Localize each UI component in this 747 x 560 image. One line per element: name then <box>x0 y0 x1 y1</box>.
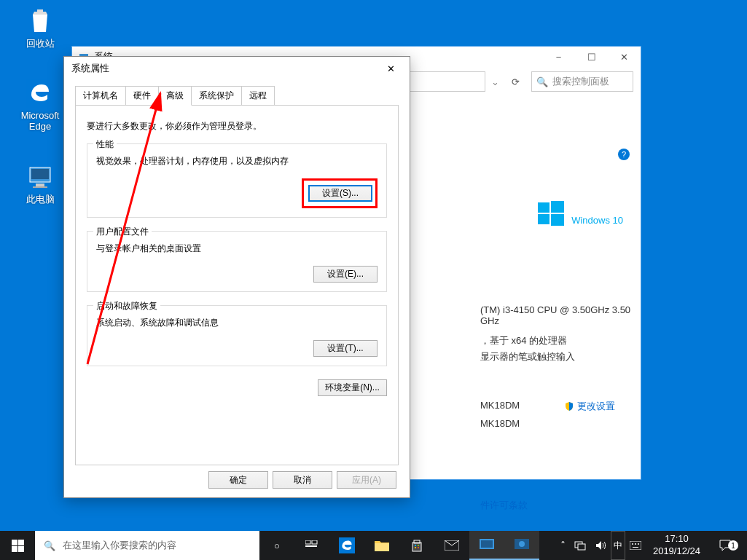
cancel-button[interactable]: 取消 <box>273 471 332 489</box>
group-title: 性能 <box>93 138 117 151</box>
taskbar-file-explorer[interactable] <box>364 531 399 560</box>
start-button[interactable] <box>0 531 35 560</box>
pen-input: 显示器的笔或触控输入 <box>480 350 575 363</box>
taskbar-search[interactable]: 🔍 在这里输入你要搜索的内容 <box>35 531 259 560</box>
edge-icon <box>26 79 55 108</box>
system-tray: ˄ 中 17:10 2019/12/24 1 <box>556 531 747 560</box>
close-button[interactable]: ✕ <box>608 47 641 67</box>
help-icon[interactable]: ? <box>618 149 630 160</box>
svg-rect-33 <box>630 541 641 550</box>
svg-rect-4 <box>36 184 44 186</box>
user-profile-group: 用户配置文件 与登录帐户相关的桌面设置 设置(E)... <box>87 231 387 292</box>
search-box[interactable]: 🔍 搜索控制面板 <box>531 71 633 92</box>
system-type: ，基于 x64 的处理器 <box>480 334 567 347</box>
taskbar-system-properties[interactable] <box>504 531 539 560</box>
minimize-button[interactable]: − <box>542 47 575 67</box>
desktop-icon-label: 回收站 <box>26 37 55 50</box>
svg-point-34 <box>632 543 633 545</box>
this-pc-icon <box>26 162 55 191</box>
recycle-bin-icon <box>26 6 55 35</box>
group-desc: 与登录帐户相关的桌面设置 <box>96 242 378 255</box>
taskbar-clock[interactable]: 17:10 2019/12/24 <box>646 533 708 558</box>
clock-time: 17:10 <box>665 533 689 545</box>
taskbar-control-panel[interactable] <box>469 531 504 560</box>
svg-rect-32 <box>578 544 585 550</box>
tab-computer-name[interactable]: 计算机名 <box>75 86 126 106</box>
startup-recovery-group: 启动和故障恢复 系统启动、系统故障和调试信息 设置(T)... <box>87 305 387 366</box>
windows10-logo: Windows 10 <box>538 200 623 230</box>
dialog-titlebar: 系统属性 ✕ <box>64 57 410 80</box>
svg-point-35 <box>635 543 636 545</box>
tab-hardware[interactable]: 硬件 <box>125 86 159 106</box>
computer-name-2: MK18DM <box>480 418 520 429</box>
taskbar-edge[interactable] <box>329 531 364 560</box>
desktop-icon-label: 此电脑 <box>26 193 55 206</box>
tray-keyboard-icon[interactable] <box>625 531 646 560</box>
taskbar-mail[interactable] <box>434 531 469 560</box>
search-placeholder: 在这里输入你要搜索的内容 <box>63 539 176 552</box>
system-properties-dialog: 系统属性 ✕ 计算机名 硬件 高级 系统保护 远程 要进行大多数更改，你必须作为… <box>63 56 410 498</box>
address-dropdown[interactable]: ⌄ <box>491 76 499 87</box>
tray-chevron-up[interactable]: ˄ <box>556 531 570 560</box>
tab-remote[interactable]: 远程 <box>241 86 275 106</box>
svg-rect-14 <box>12 546 17 552</box>
group-desc: 视觉效果，处理器计划，内存使用，以及虚拟内存 <box>96 155 378 167</box>
task-view-button[interactable] <box>294 531 329 560</box>
search-icon: 🔍 <box>44 540 55 551</box>
svg-rect-37 <box>633 547 638 548</box>
svg-point-36 <box>638 543 639 545</box>
svg-rect-12 <box>12 540 17 545</box>
refresh-button[interactable]: ⟳ <box>505 71 525 92</box>
action-center-button[interactable]: 1 <box>708 539 743 552</box>
taskbar-store[interactable] <box>399 531 434 560</box>
desktop-icon-this-pc[interactable]: 此电脑 <box>15 162 66 206</box>
svg-rect-28 <box>481 540 493 548</box>
user-profile-settings-button[interactable]: 设置(E)... <box>313 266 378 283</box>
svg-rect-0 <box>37 9 43 12</box>
svg-rect-24 <box>415 547 416 548</box>
group-desc: 系统启动、系统故障和调试信息 <box>96 317 378 329</box>
environment-variables-button[interactable]: 环境变量(N)... <box>318 379 387 396</box>
notification-badge: 1 <box>728 540 738 551</box>
desktop-icon-edge[interactable]: Microsoft Edge <box>15 79 66 132</box>
svg-rect-18 <box>305 545 317 547</box>
tray-network-icon[interactable] <box>570 531 590 560</box>
cortana-button[interactable]: ○ <box>259 531 294 560</box>
taskbar: 🔍 在这里输入你要搜索的内容 ○ ˄ 中 17:10 2019/12 <box>0 531 747 560</box>
performance-group: 性能 视觉效果，处理器计划，内存使用，以及虚拟内存 设置(S)... <box>87 143 387 218</box>
svg-rect-25 <box>418 547 419 548</box>
tab-panel-advanced: 要进行大多数更改，你必须作为管理员登录。 性能 视觉效果，处理器计划，内存使用，… <box>75 105 399 465</box>
svg-rect-16 <box>305 540 310 544</box>
svg-point-30 <box>519 541 525 547</box>
svg-rect-5 <box>33 186 47 188</box>
svg-rect-3 <box>31 169 49 179</box>
svg-rect-13 <box>18 540 24 545</box>
svg-rect-9 <box>538 214 550 224</box>
dialog-close-button[interactable]: ✕ <box>379 57 402 80</box>
apply-button[interactable]: 应用(A) <box>337 471 396 489</box>
search-icon: 🔍 <box>536 76 548 87</box>
dialog-title-text: 系统属性 <box>71 62 109 75</box>
tray-volume-icon[interactable] <box>590 531 611 560</box>
startup-recovery-settings-button[interactable]: 设置(T)... <box>313 340 378 357</box>
license-link[interactable]: 件许可条款 <box>480 499 528 512</box>
performance-settings-button[interactable]: 设置(S)... <box>308 185 372 202</box>
group-title: 用户配置文件 <box>93 226 152 238</box>
group-title: 启动和故障恢复 <box>93 300 160 312</box>
admin-note: 要进行大多数更改，你必须作为管理员登录。 <box>87 120 387 133</box>
svg-rect-23 <box>418 545 419 546</box>
svg-rect-10 <box>551 214 564 226</box>
svg-rect-19 <box>339 537 355 553</box>
computer-name-1: MK18DM <box>480 400 520 411</box>
desktop-icon-recycle-bin[interactable]: 回收站 <box>15 6 66 50</box>
svg-rect-1 <box>26 79 55 108</box>
tab-system-protection[interactable]: 系统保护 <box>191 86 242 106</box>
tab-advanced[interactable]: 高级 <box>158 86 192 106</box>
svg-rect-7 <box>538 202 550 213</box>
clock-date: 2019/12/24 <box>653 545 700 558</box>
maximize-button[interactable]: ☐ <box>575 47 608 67</box>
tray-ime[interactable]: 中 <box>611 531 625 560</box>
ok-button[interactable]: 确定 <box>208 471 268 489</box>
dialog-footer: 确定 取消 应用(A) <box>208 471 396 489</box>
change-settings-link[interactable]: 更改设置 <box>564 400 615 413</box>
